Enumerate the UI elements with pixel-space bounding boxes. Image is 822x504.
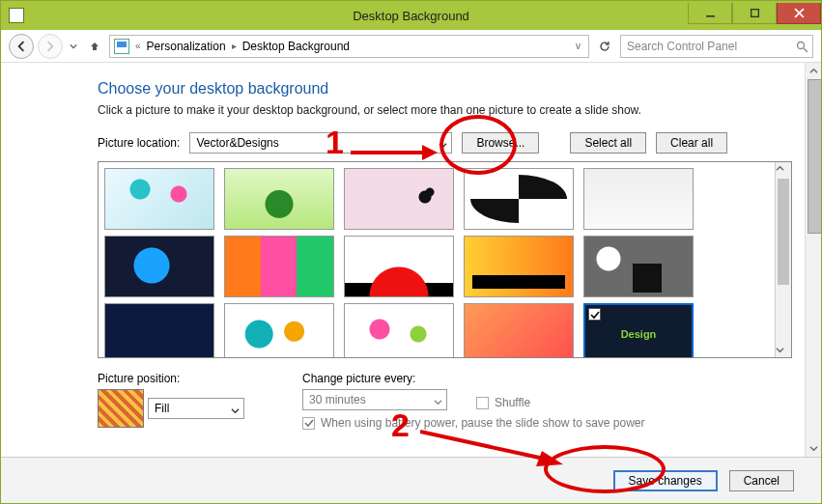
- thumbnail-item[interactable]: [464, 236, 574, 297]
- thumbnail-list[interactable]: Design: [98, 161, 792, 358]
- thumbnail-item-selected[interactable]: Design: [583, 303, 694, 358]
- picture-position-value: Fill: [155, 402, 169, 415]
- chevron-down-icon: [439, 139, 447, 153]
- refresh-button[interactable]: [593, 35, 616, 58]
- scrollbar-thumb[interactable]: [778, 179, 789, 285]
- chevron-down-icon[interactable]: v: [576, 41, 584, 51]
- footer: Save changes Cancel: [1, 457, 821, 503]
- search-icon: [796, 41, 808, 56]
- titlebar[interactable]: Desktop Background: [1, 1, 821, 30]
- thumbnail-text: Design: [621, 328, 657, 340]
- thumbnail-item[interactable]: [583, 168, 694, 230]
- forward-button[interactable]: [38, 34, 63, 59]
- thumbnail-scrollbar[interactable]: [775, 162, 791, 357]
- change-interval-value: 30 minutes: [309, 393, 366, 406]
- breadcrumb-back-icon[interactable]: «: [133, 41, 143, 51]
- picture-position-select[interactable]: Fill: [148, 398, 244, 419]
- thumbnail-item[interactable]: [104, 303, 214, 358]
- scroll-down-icon[interactable]: [806, 440, 821, 457]
- browse-button[interactable]: Browse...: [462, 132, 539, 154]
- battery-label: When using battery power, pause the slid…: [321, 416, 645, 430]
- scroll-up-icon[interactable]: [806, 63, 821, 79]
- window-title: Desktop Background: [1, 9, 821, 23]
- thumbnail-item[interactable]: [104, 236, 214, 297]
- picture-position-preview: [98, 389, 144, 428]
- thumbnail-item[interactable]: [344, 303, 454, 358]
- up-button[interactable]: [84, 40, 105, 53]
- page-subheading: Click a picture to make it your desktop …: [98, 103, 792, 117]
- svg-line-5: [804, 48, 808, 52]
- location-icon: [114, 39, 129, 54]
- svg-point-4: [798, 42, 805, 48]
- picture-location-label: Picture location:: [98, 136, 180, 150]
- breadcrumb-seg-personalization[interactable]: Personalization: [143, 36, 230, 57]
- picture-location-value: Vector&Designs: [196, 136, 278, 150]
- chevron-right-icon: ▸: [230, 41, 239, 51]
- thumbnail-item[interactable]: [464, 303, 574, 358]
- thumbnail-item[interactable]: [104, 168, 214, 230]
- thumbnail-item[interactable]: [464, 168, 574, 230]
- thumbnail-item[interactable]: [583, 236, 694, 297]
- thumbnail-item[interactable]: [224, 168, 334, 230]
- chevron-down-icon: [231, 405, 240, 418]
- chevron-down-icon: [434, 396, 442, 409]
- change-interval-label: Change picture every:: [302, 372, 645, 385]
- search-placeholder: Search Control Panel: [627, 40, 737, 53]
- page-scrollbar[interactable]: [805, 63, 821, 457]
- clear-all-button[interactable]: Clear all: [656, 132, 727, 154]
- thumbnail-item[interactable]: [224, 236, 334, 297]
- thumbnail-item[interactable]: [224, 303, 334, 358]
- nav-bar: « Personalization ▸ Desktop Background v…: [1, 30, 821, 63]
- battery-checkbox[interactable]: When using battery power, pause the slid…: [302, 416, 645, 430]
- picture-location-select[interactable]: Vector&Designs: [189, 132, 452, 154]
- select-all-button[interactable]: Select all: [570, 132, 646, 154]
- change-interval-select[interactable]: 30 minutes: [302, 389, 447, 410]
- history-dropdown-icon[interactable]: [67, 42, 80, 50]
- breadcrumb[interactable]: « Personalization ▸ Desktop Background v: [109, 35, 589, 58]
- content: Choose your desktop background Click a p…: [1, 63, 821, 430]
- window: Desktop Background « Personalization ▸ D…: [0, 0, 822, 504]
- breadcrumb-seg-desktop-background[interactable]: Desktop Background: [239, 36, 354, 57]
- shuffle-label: Shuffle: [495, 396, 530, 409]
- thumbnail-checkbox[interactable]: [588, 308, 601, 321]
- thumbnail-item[interactable]: [344, 168, 454, 230]
- thumbnail-item[interactable]: [344, 236, 454, 297]
- page-heading: Choose your desktop background: [98, 80, 792, 98]
- shuffle-checkbox[interactable]: Shuffle: [476, 396, 530, 409]
- picture-position-label: Picture position:: [98, 372, 244, 385]
- cancel-button[interactable]: Cancel: [729, 470, 794, 491]
- scrollbar-thumb[interactable]: [808, 79, 821, 234]
- scroll-up-icon[interactable]: [776, 162, 791, 176]
- search-input[interactable]: Search Control Panel: [620, 35, 813, 58]
- scroll-down-icon[interactable]: [776, 344, 791, 357]
- back-button[interactable]: [9, 34, 34, 59]
- save-changes-button[interactable]: Save changes: [613, 470, 718, 491]
